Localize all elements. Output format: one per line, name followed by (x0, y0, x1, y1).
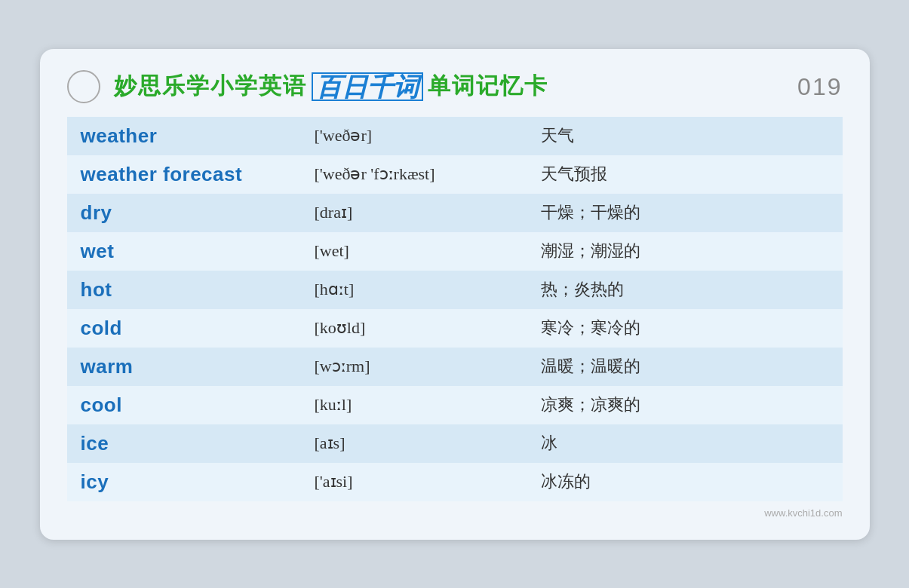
table-row: weather forecast['weðər 'fɔːrkæst]天气预报 (67, 155, 843, 194)
vocab-meaning: 天气 (527, 117, 843, 155)
vocab-meaning: 热；炎热的 (527, 271, 843, 309)
vocab-phonetic: [wɔːrm] (301, 348, 527, 386)
vocab-phonetic: [koʊld] (301, 309, 527, 348)
vocab-word: ice (67, 424, 301, 463)
vocab-phonetic: [hɑːt] (301, 271, 527, 309)
vocab-word: hot (67, 271, 301, 309)
logo-circle (67, 70, 100, 103)
vocab-meaning: 温暖；温暖的 (527, 348, 843, 386)
vocab-word: icy (67, 463, 301, 501)
table-row: cool[kuːl]凉爽；凉爽的 (67, 386, 843, 424)
card-number: 019 (797, 72, 842, 100)
flashcard: 妙思乐学小学英语 百日千词 单词记忆卡 019 weather['weðər]天… (40, 49, 870, 540)
vocab-phonetic: [aɪs] (301, 424, 527, 463)
vocab-table: weather['weðər]天气weather forecast['weðər… (67, 117, 843, 501)
table-row: ice[aɪs]冰 (67, 424, 843, 463)
vocab-meaning: 冰冻的 (527, 463, 843, 501)
vocab-phonetic: [draɪ] (301, 194, 527, 232)
table-row: weather['weðər]天气 (67, 117, 843, 155)
vocab-meaning: 天气预报 (527, 155, 843, 194)
vocab-meaning: 干燥；干燥的 (527, 194, 843, 232)
brand-name: 百日千词 (312, 72, 423, 101)
table-row: hot[hɑːt]热；炎热的 (67, 271, 843, 309)
vocab-meaning: 冰 (527, 424, 843, 463)
vocab-word: cool (67, 386, 301, 424)
vocab-word: weather forecast (67, 155, 301, 194)
vocab-phonetic: ['weðər 'fɔːrkæst] (301, 155, 527, 194)
title-prefix: 妙思乐学小学英语 (114, 71, 307, 102)
vocab-meaning: 凉爽；凉爽的 (527, 386, 843, 424)
vocab-word: cold (67, 309, 301, 348)
vocab-phonetic: [wet] (301, 232, 527, 271)
table-row: wet[wet]潮湿；潮湿的 (67, 232, 843, 271)
vocab-meaning: 寒冷；寒冷的 (527, 309, 843, 348)
table-row: warm[wɔːrm]温暖；温暖的 (67, 348, 843, 386)
header-title: 妙思乐学小学英语 百日千词 单词记忆卡 (114, 71, 548, 102)
vocab-meaning: 潮湿；潮湿的 (527, 232, 843, 271)
vocab-phonetic: ['aɪsi] (301, 463, 527, 501)
card-header: 妙思乐学小学英语 百日千词 单词记忆卡 019 (67, 70, 843, 103)
title-suffix: 单词记忆卡 (428, 71, 548, 102)
vocab-word: weather (67, 117, 301, 155)
table-row: dry[draɪ]干燥；干燥的 (67, 194, 843, 232)
table-row: icy['aɪsi]冰冻的 (67, 463, 843, 501)
vocab-word: dry (67, 194, 301, 232)
watermark: www.kvchi1d.com (67, 507, 843, 519)
table-row: cold[koʊld]寒冷；寒冷的 (67, 309, 843, 348)
vocab-phonetic: [kuːl] (301, 386, 527, 424)
vocab-word: wet (67, 232, 301, 271)
vocab-phonetic: ['weðər] (301, 117, 527, 155)
vocab-word: warm (67, 348, 301, 386)
